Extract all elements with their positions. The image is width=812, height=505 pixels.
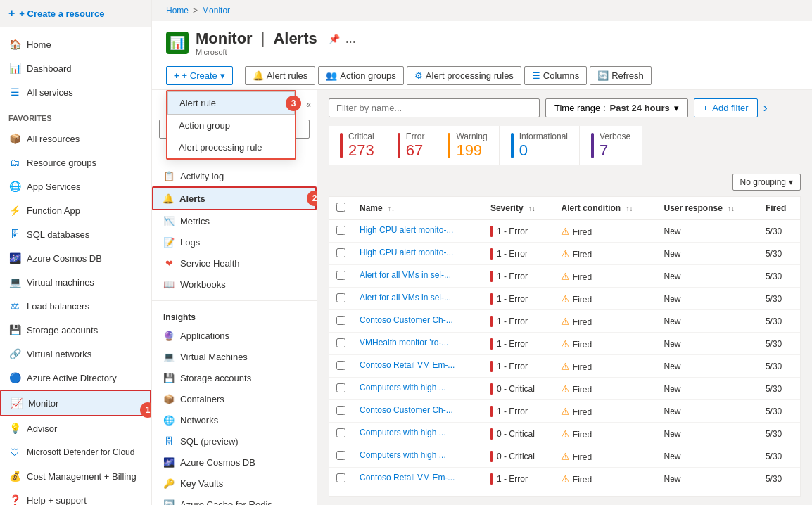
alert-name-link-9[interactable]: Computers with high ... [360,428,446,437]
monitor-nav-applications[interactable]: 🔮 Applications [152,325,317,346]
row-checkbox-cell [329,265,353,288]
stat-card-error[interactable]: Error 67 [386,126,437,165]
monitor-nav-redis[interactable]: 🔄 Azure Cache for Redis [152,494,317,505]
stat-card-warning[interactable]: Warning 199 [436,126,499,165]
sidebar-item-storage-accounts[interactable]: 💾 Storage accounts [0,318,151,342]
alert-name-link-5[interactable]: VMHealth monitor 'ro-... [360,338,448,347]
action-groups-button[interactable]: 👥 Action groups [318,66,404,85]
alert-name-link-1[interactable]: High CPU alert monito-... [360,248,453,257]
sidebar-item-label: App Services [27,181,81,192]
sidebar-item-cost-management[interactable]: 💰 Cost Management + Billing [0,464,151,488]
row-checkbox-9[interactable] [336,428,345,437]
alert-name-link-7[interactable]: Computers with high ... [360,383,446,392]
sidebar-item-dashboard[interactable]: 📊 Dashboard [0,56,151,80]
select-all-checkbox[interactable] [336,203,345,212]
row-checkbox-2[interactable] [336,271,345,280]
row-checkbox-4[interactable] [336,316,345,325]
alert-rule-menu-item[interactable]: Alert rule 3 [167,91,295,115]
action-group-menu-item[interactable]: Action group [167,115,295,136]
row-checkbox-10[interactable] [336,451,345,460]
user-response-column-header[interactable]: User response ↑↓ [656,197,758,220]
name-column-header[interactable]: Name ↑↓ [353,197,483,220]
info-bar [511,133,514,158]
sidebar-item-all-resources[interactable]: 📦 All resources [0,127,151,151]
sidebar-item-function-app[interactable]: ⚡ Function App [0,198,151,222]
alert-rules-button[interactable]: 🔔 Alert rules [245,66,316,85]
monitor-nav-alerts[interactable]: 🔔 Alerts 2 [152,186,317,210]
alert-name-link-2[interactable]: Alert for all VMs in sel-... [360,270,451,280]
sidebar-item-label: Home [27,39,51,50]
sidebar-item-advisor[interactable]: 💡 Advisor [0,416,151,440]
create-resource-button[interactable]: + + Create a resource [0,0,151,27]
monitor-nav-logs[interactable]: 📝 Logs [152,231,317,252]
monitor-nav-containers[interactable]: 📦 Containers [152,388,317,409]
filter-input[interactable] [329,98,540,117]
row-checkbox-5[interactable] [336,338,345,347]
time-range-button[interactable]: Time range : Past 24 hours ▾ [545,98,688,117]
alert-processing-rule-menu-item[interactable]: Alert processing rule [167,136,295,158]
create-button[interactable]: + + Create ▾ [166,66,233,85]
monitor-nav-vms[interactable]: 💻 Virtual Machines [152,346,317,367]
refresh-button[interactable]: 🔄 Refresh [590,66,652,85]
condition-text-5: Fired [573,340,592,350]
monitor-nav-activity-log[interactable]: 📋 Activity log [152,165,317,186]
sidebar-item-cosmos-db[interactable]: 🌌 Azure Cosmos DB [0,246,151,270]
filter-row-chevron[interactable]: › [763,101,768,115]
step-badge-2: 2 [307,191,317,206]
grouping-button[interactable]: No grouping ▾ [732,174,801,191]
alert-name-link-3[interactable]: Alert for all VMs in sel-... [360,293,451,302]
sidebar-item-home[interactable]: 🏠 Home [0,32,151,56]
breadcrumb-home[interactable]: Home [166,6,189,15]
cosmos-label: Azure Cosmos DB [180,457,255,468]
alert-name-link-8[interactable]: Contoso Customer Ch-... [360,405,453,415]
monitor-nav-networks[interactable]: 🌐 Networks [152,409,317,430]
add-filter-button[interactable]: + Add filter [694,98,758,117]
alert-name-link-10[interactable]: Computers with high ... [360,450,446,460]
more-options-icon[interactable]: ... [345,32,356,46]
sidebar-item-app-services[interactable]: 🌐 App Services [0,174,151,198]
monitor-nav-storage[interactable]: 💾 Storage accounts [152,367,317,388]
sidebar-item-sql-databases[interactable]: 🗄 SQL databases [0,222,151,246]
alert-name-link-6[interactable]: Contoso Retail VM Em-... [360,360,455,370]
monitor-nav-service-health[interactable]: ❤ Service Health [152,252,317,274]
row-checkbox-8[interactable] [336,406,345,415]
sidebar-item-resource-groups[interactable]: 🗂 Resource groups [0,151,151,174]
stat-card-verbose[interactable]: Verbose 7 [580,126,642,165]
stat-card-critical[interactable]: Critical 273 [329,126,386,165]
row-checkbox-6[interactable] [336,361,345,370]
keyvaults-label: Key Vaults [180,478,223,489]
stat-card-informational[interactable]: Informational 0 [500,126,580,165]
fired-text-11: 5/30 [766,474,782,484]
sidebar-item-all-services[interactable]: ☰ All services [0,80,151,104]
sev-bar-0 [490,226,493,237]
row-checkbox-0[interactable] [336,226,345,235]
severity-badge-4: 1 - Error [490,316,547,327]
sidebar-item-defender[interactable]: 🛡 Microsoft Defender for Cloud [0,440,151,464]
alert-name-link-0[interactable]: High CPU alert monito-... [360,225,453,235]
severity-column-header[interactable]: Severity ↑↓ [483,197,554,220]
alert-name-link-4[interactable]: Contoso Customer Ch-... [360,315,453,325]
columns-button[interactable]: ☰ Columns [524,66,587,85]
sidebar-item-help[interactable]: ❓ Help + support [0,488,151,505]
row-fired-11: 5/30 [759,468,800,490]
monitor-nav-cosmos[interactable]: 🌌 Azure Cosmos DB [152,452,317,473]
alert-processing-rules-button[interactable]: ⚙ Alert processing rules [407,66,521,85]
row-checkbox-3[interactable] [336,293,345,302]
sidebar-item-virtual-networks[interactable]: 🔗 Virtual networks [0,342,151,366]
breadcrumb-current[interactable]: Monitor [202,6,230,15]
sidebar-item-virtual-machines[interactable]: 💻 Virtual machines [0,270,151,294]
row-checkbox-11[interactable] [336,473,345,482]
pin-icon[interactable]: 📌 [329,34,340,44]
monitor-nav-sql[interactable]: 🗄 SQL (preview) [152,430,317,452]
monitor-nav-keyvaults[interactable]: 🔑 Key Vaults [152,473,317,494]
alert-name-link-11[interactable]: Contoso Retail VM Em-... [360,473,455,482]
sidebar-item-load-balancers[interactable]: ⚖ Load balancers [0,294,151,318]
sidebar-item-azure-ad[interactable]: 🔵 Azure Active Directory [0,366,151,390]
monitor-nav-workbooks[interactable]: 📖 Workbooks [152,274,317,295]
sidebar-item-monitor[interactable]: 📈 Monitor 1 [0,390,151,416]
row-checkbox-1[interactable] [336,248,345,257]
alert-condition-column-header[interactable]: Alert condition ↑↓ [554,197,656,220]
sql-label: SQL (preview) [180,436,239,447]
monitor-nav-metrics[interactable]: 📉 Metrics [152,210,317,231]
row-checkbox-7[interactable] [336,383,345,392]
